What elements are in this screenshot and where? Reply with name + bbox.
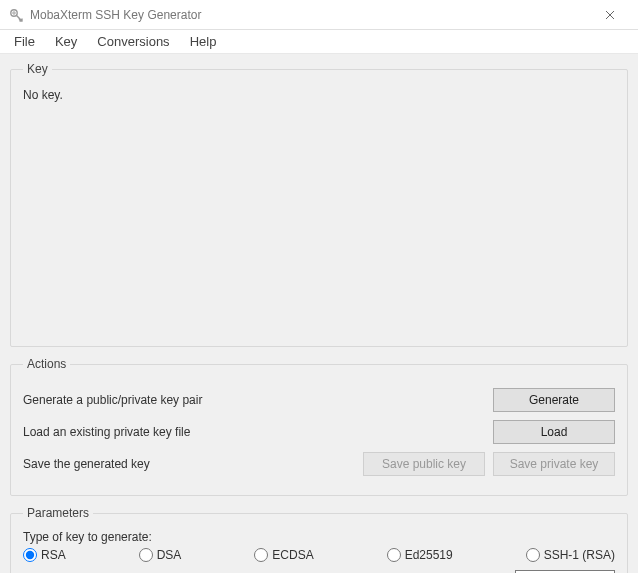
menu-key[interactable]: Key xyxy=(45,32,87,51)
actions-group-legend: Actions xyxy=(23,357,70,371)
radio-ecdsa[interactable]: ECDSA xyxy=(254,548,313,562)
close-icon xyxy=(605,10,615,20)
generate-button[interactable]: Generate xyxy=(493,388,615,412)
save-row: Save the generated key Save public key S… xyxy=(23,451,615,477)
radio-ssh1-label: SSH-1 (RSA) xyxy=(544,548,615,562)
client-area: Key No key. Actions Generate a public/pr… xyxy=(0,54,638,573)
actions-group: Actions Generate a public/private key pa… xyxy=(10,357,628,496)
save-public-key-button: Save public key xyxy=(363,452,485,476)
key-group-legend: Key xyxy=(23,62,52,76)
radio-ecdsa-input[interactable] xyxy=(254,548,268,562)
key-status: No key. xyxy=(23,86,615,334)
generate-row: Generate a public/private key pair Gener… xyxy=(23,387,615,413)
menu-conversions[interactable]: Conversions xyxy=(87,32,179,51)
radio-rsa-input[interactable] xyxy=(23,548,37,562)
menubar: File Key Conversions Help xyxy=(0,30,638,54)
menu-file[interactable]: File xyxy=(4,32,45,51)
app-key-icon xyxy=(8,7,24,23)
key-type-radios: RSA DSA ECDSA Ed25519 SSH-1 (RSA) xyxy=(23,548,615,562)
radio-rsa-label: RSA xyxy=(41,548,66,562)
parameters-group-legend: Parameters xyxy=(23,506,93,520)
key-group: Key No key. xyxy=(10,62,628,347)
radio-dsa-label: DSA xyxy=(157,548,182,562)
radio-rsa[interactable]: RSA xyxy=(23,548,66,562)
radio-ed25519-label: Ed25519 xyxy=(405,548,453,562)
save-private-key-button: Save private key xyxy=(493,452,615,476)
close-button[interactable] xyxy=(590,0,630,29)
radio-ed25519-input[interactable] xyxy=(387,548,401,562)
radio-dsa-input[interactable] xyxy=(139,548,153,562)
load-button[interactable]: Load xyxy=(493,420,615,444)
titlebar: MobaXterm SSH Key Generator xyxy=(0,0,638,30)
radio-ssh1[interactable]: SSH-1 (RSA) xyxy=(526,548,615,562)
radio-ecdsa-label: ECDSA xyxy=(272,548,313,562)
load-row: Load an existing private key file Load xyxy=(23,419,615,445)
key-type-label: Type of key to generate: xyxy=(23,530,615,544)
window-title: MobaXterm SSH Key Generator xyxy=(30,8,590,22)
menu-help[interactable]: Help xyxy=(180,32,227,51)
svg-point-1 xyxy=(13,11,15,13)
radio-ssh1-input[interactable] xyxy=(526,548,540,562)
radio-ed25519[interactable]: Ed25519 xyxy=(387,548,453,562)
load-label: Load an existing private key file xyxy=(23,425,485,439)
generate-label: Generate a public/private key pair xyxy=(23,393,485,407)
radio-dsa[interactable]: DSA xyxy=(139,548,182,562)
save-label: Save the generated key xyxy=(23,457,355,471)
parameters-group: Parameters Type of key to generate: RSA … xyxy=(10,506,628,573)
